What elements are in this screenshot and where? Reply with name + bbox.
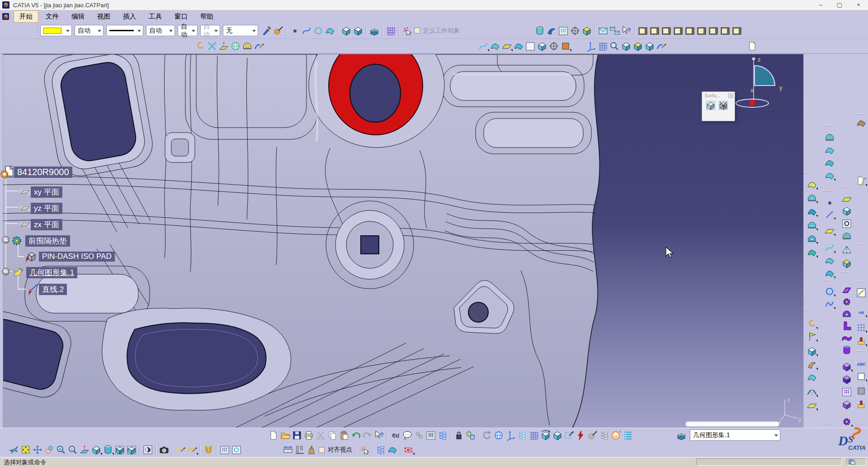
cube-group-2-icon[interactable]	[644, 40, 656, 52]
print-icon[interactable]	[303, 429, 315, 441]
dock-handle[interactable]	[804, 310, 812, 311]
red-box-icon[interactable]	[524, 40, 536, 52]
link-manager-icon[interactable]	[413, 429, 425, 441]
cut-icon[interactable]	[315, 429, 326, 441]
orange-picker-icon[interactable]	[560, 40, 571, 52]
cube-plus-icon[interactable]	[632, 40, 644, 52]
axis-tool-icon[interactable]	[505, 429, 516, 441]
mail-exchange-icon[interactable]	[609, 25, 621, 37]
normal-view-icon[interactable]	[79, 444, 90, 456]
measure-caliper-icon[interactable]	[294, 444, 306, 456]
wave-surface-icon[interactable]	[387, 444, 398, 456]
window-7-icon[interactable]	[708, 25, 719, 37]
flip-view-icon[interactable]	[540, 429, 552, 441]
surface-pairs-icon[interactable]	[824, 170, 835, 181]
sketch-tracer-icon[interactable]	[401, 25, 413, 37]
dock-handle[interactable]	[840, 272, 850, 273]
paste-icon[interactable]	[338, 429, 350, 441]
spline-tool-icon[interactable]	[824, 298, 835, 310]
dome-fork-icon[interactable]	[806, 192, 818, 204]
purple-gradient-icon[interactable]	[841, 399, 853, 410]
extrude-icon[interactable]	[340, 25, 352, 37]
status-field[interactable]	[696, 458, 842, 466]
camera-icon[interactable]	[158, 444, 170, 456]
align-viewpoint-check[interactable]	[319, 447, 325, 453]
plane-arrow-icon[interactable]	[218, 40, 230, 52]
open-icon[interactable]	[279, 429, 291, 441]
dock-handle[interactable]	[856, 114, 866, 115]
pen-tool-icon[interactable]	[656, 40, 667, 52]
magnifier-icon[interactable]	[609, 40, 620, 52]
catalog-sail-icon[interactable]	[855, 117, 867, 129]
isolate-cube-button[interactable]	[705, 100, 717, 111]
cube-group-1-icon[interactable]	[620, 40, 632, 52]
dock-handle[interactable]	[822, 125, 832, 127]
window-9-icon[interactable]	[731, 25, 743, 37]
tree-expand-icon[interactable]	[599, 429, 610, 441]
spark-annotate-icon[interactable]	[359, 444, 370, 456]
purple-ramp-icon[interactable]	[841, 284, 853, 295]
point-symbol-combo[interactable]: 自动	[146, 25, 175, 36]
hand-sketch-icon[interactable]	[587, 429, 599, 441]
zoom-in-icon[interactable]: +	[55, 444, 67, 456]
rotate-icon[interactable]	[43, 444, 55, 456]
dock-handle[interactable]	[823, 423, 832, 424]
cube-yellow-icon[interactable]	[841, 257, 853, 269]
mirror-tool-icon[interactable]	[806, 386, 818, 398]
apply-material-icon[interactable]	[175, 444, 186, 456]
law-graph-icon[interactable]	[855, 287, 867, 299]
sketcher-icon[interactable]	[194, 40, 206, 52]
shell-2-icon[interactable]	[824, 267, 835, 279]
knowledge-db-icon[interactable]	[465, 429, 476, 441]
catch-icon[interactable]	[203, 444, 214, 456]
workbench-combo[interactable]: 几何图形集.1	[690, 429, 780, 441]
measure-ruler-icon[interactable]	[282, 444, 294, 456]
workbench-book-icon[interactable]	[675, 429, 687, 441]
dome-plus-icon[interactable]	[824, 132, 835, 143]
purple-fan-icon[interactable]	[841, 308, 853, 320]
tiles-icon[interactable]	[516, 429, 528, 441]
named-views-icon[interactable]	[102, 444, 114, 456]
band-surface-icon[interactable]	[806, 247, 818, 258]
hook-curve-icon[interactable]	[806, 318, 818, 330]
window-4-icon[interactable]	[672, 25, 684, 37]
whats-this-icon[interactable]: ?	[373, 429, 385, 441]
window-3-icon[interactable]	[660, 25, 672, 37]
minimize-button[interactable]: –	[811, 0, 830, 10]
save-icon[interactable]	[291, 429, 303, 441]
boolean-shape-icon[interactable]	[546, 25, 557, 37]
pan-icon[interactable]	[32, 444, 43, 456]
tree-root-part[interactable]: 84120R9000	[0, 165, 72, 179]
nav-tree-icon[interactable]	[375, 444, 387, 456]
tree-pin-dash-iso-pad[interactable]: PIN-DASH ISO PAD	[25, 251, 115, 262]
define-work-object-check[interactable]	[414, 28, 420, 33]
repeat-xn-icon[interactable]: ×N	[855, 306, 867, 318]
window-grid-icon[interactable]	[557, 25, 569, 37]
paint-surface-icon[interactable]	[186, 444, 198, 456]
surfaces-floating-toolbar[interactable]: Surfa... x	[702, 91, 735, 121]
window-5-icon[interactable]	[684, 25, 696, 37]
tree-xy-plane[interactable]: xy 平面	[19, 186, 62, 198]
close-icon[interactable]: x	[728, 93, 733, 98]
quick-select-icon[interactable]	[575, 429, 587, 441]
purple-knot-icon[interactable]	[841, 416, 853, 428]
context-help-icon[interactable]: ?	[621, 25, 632, 37]
plane-tool-icon[interactable]	[824, 225, 835, 237]
fit-all-icon[interactable]	[20, 444, 32, 456]
purple-wave-icon[interactable]	[841, 332, 853, 343]
lock-icon[interactable]	[453, 429, 465, 441]
tree-expander[interactable]	[2, 268, 9, 275]
box-chain-icon[interactable]	[806, 345, 818, 357]
status-power-input[interactable]	[846, 458, 866, 466]
measure-inertia-icon[interactable]	[306, 444, 317, 456]
dome-2-icon[interactable]	[806, 219, 818, 231]
menu-help[interactable]: 帮助	[195, 11, 219, 22]
dome-3-icon[interactable]	[806, 233, 818, 245]
undo-icon[interactable]	[350, 429, 362, 441]
bird-surface-icon[interactable]	[841, 230, 853, 242]
doc-report-icon[interactable]	[855, 175, 867, 187]
purple-profile-icon[interactable]	[841, 320, 853, 332]
point-icon[interactable]	[289, 25, 301, 37]
dock-handle[interactable]	[856, 244, 865, 245]
frame-bounds-icon[interactable]	[231, 444, 242, 456]
